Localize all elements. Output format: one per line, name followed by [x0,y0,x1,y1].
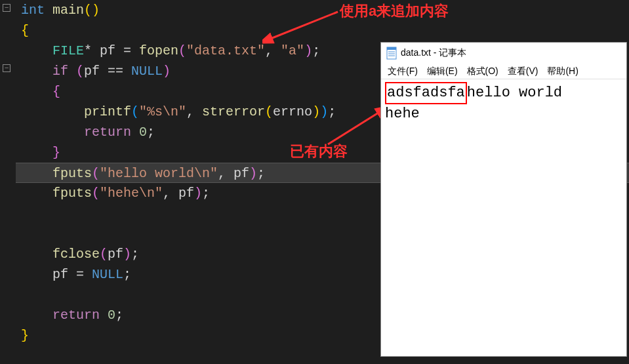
code-line[interactable]: { [16,20,629,41]
annotation-append: 使用a来追加内容 [340,1,449,21]
gutter: − − [0,0,14,364]
notepad-content[interactable]: adsfadsfahello world hehe [381,79,626,127]
content-line-1: adsfadsfahello world [385,82,622,104]
notepad-title: data.txt - 记事本 [401,47,466,59]
fold-icon[interactable]: − [3,4,10,12]
notepad-titlebar[interactable]: data.txt - 记事本 [381,43,626,64]
menu-file[interactable]: 文件(F) [385,66,420,77]
menu-edit[interactable]: 编辑(E) [424,66,460,77]
content-line-2: hehe [385,104,622,124]
svg-rect-4 [387,47,396,50]
menu-view[interactable]: 查看(V) [505,66,541,77]
existing-text-highlight: adsfadsfa [385,82,467,104]
menu-format[interactable]: 格式(O) [464,66,501,77]
menu-help[interactable]: 帮助(H) [544,66,580,77]
notepad-icon [386,47,397,60]
fold-icon[interactable]: − [3,64,10,72]
annotation-existing: 已有内容 [290,142,348,161]
code-line[interactable]: int main() [16,0,629,20]
notepad-window[interactable]: data.txt - 记事本 文件(F) 编辑(E) 格式(O) 查看(V) 帮… [380,42,627,357]
notepad-menubar: 文件(F) 编辑(E) 格式(O) 查看(V) 帮助(H) [381,64,626,79]
